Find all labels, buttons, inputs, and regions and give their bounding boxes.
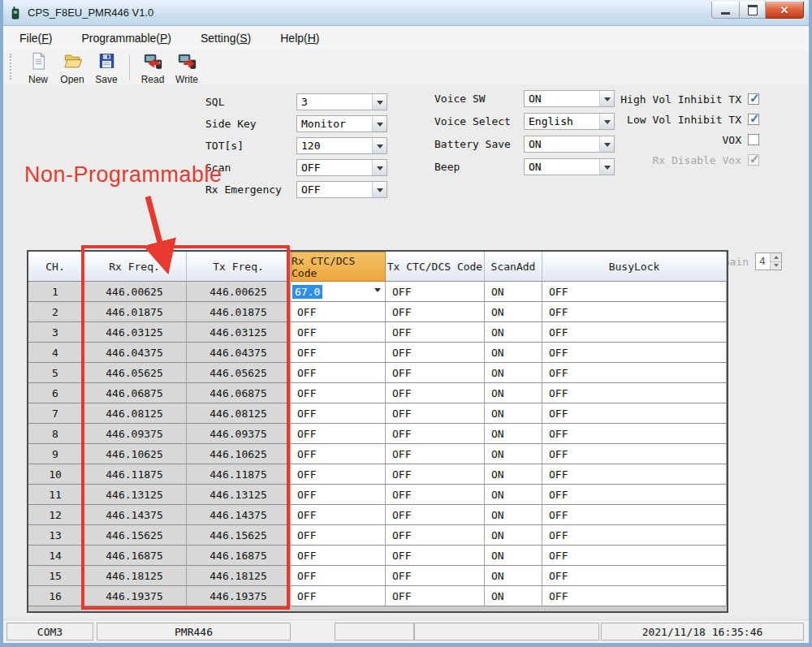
table-cell[interactable]: 446.01875	[83, 302, 187, 322]
table-cell[interactable]: 446.14375	[187, 505, 291, 525]
table-cell[interactable]: 446.04375	[83, 343, 187, 363]
table-cell[interactable]: 446.08125	[83, 403, 187, 424]
table-cell[interactable]: 446.16875	[83, 546, 187, 566]
table-cell[interactable]: 446.00625	[187, 282, 291, 302]
toolbar-grip-icon[interactable]	[10, 54, 15, 80]
table-cell[interactable]: OFF	[542, 546, 727, 566]
table-cell[interactable]: 446.19375	[187, 586, 291, 606]
table-cell[interactable]: ON	[485, 322, 542, 343]
table-cell[interactable]: OFF	[542, 363, 727, 383]
menu-item-help-h[interactable]: Help(H)	[280, 32, 319, 45]
table-cell[interactable]: 446.09375	[187, 424, 291, 444]
table-cell[interactable]: 446.10625	[83, 444, 187, 464]
menu-item-programmable-p[interactable]: Programmable(P)	[81, 32, 171, 45]
table-cell[interactable]: OFF	[386, 566, 485, 586]
table-cell[interactable]: 446.13125	[83, 485, 187, 505]
table-cell[interactable]: 10	[28, 464, 83, 485]
table-cell[interactable]: OFF	[291, 383, 386, 403]
table-cell[interactable]: OFF	[386, 485, 485, 505]
table-cell[interactable]: 6	[28, 383, 83, 403]
write-button[interactable]: Write	[170, 52, 204, 85]
maximize-button[interactable]	[740, 2, 766, 19]
tot-s-dropdown[interactable]: 120	[296, 137, 387, 154]
table-cell[interactable]: 14	[28, 546, 83, 566]
table-cell[interactable]: OFF	[386, 586, 485, 606]
table-cell[interactable]: OFF	[291, 444, 386, 464]
table-cell[interactable]: ON	[485, 485, 542, 505]
title-bar[interactable]: CPS_F8EU_PMR446 V1.0 ✕	[0, 0, 812, 26]
dropdown-arrow-icon[interactable]	[372, 182, 387, 197]
table-cell[interactable]: OFF	[542, 464, 727, 485]
table-cell[interactable]: OFF	[291, 485, 386, 505]
table-cell[interactable]: OFF	[291, 403, 386, 424]
table-cell[interactable]: 446.11875	[187, 464, 291, 485]
table-cell[interactable]: OFF	[542, 424, 727, 444]
table-cell[interactable]: OFF	[542, 586, 727, 606]
sql-dropdown[interactable]: 3	[296, 93, 387, 110]
close-button[interactable]: ✕	[766, 2, 804, 19]
table-cell[interactable]: 8	[28, 424, 83, 444]
table-cell[interactable]: ON	[485, 302, 542, 322]
table-cell[interactable]: 446.03125	[187, 322, 291, 343]
table-cell[interactable]: 16	[28, 586, 83, 606]
table-cell[interactable]: OFF	[291, 322, 386, 343]
table-cell[interactable]: OFF	[386, 424, 485, 444]
table-cell[interactable]: 446.16875	[187, 546, 291, 566]
dropdown-arrow-icon[interactable]	[372, 138, 387, 153]
table-cell[interactable]: OFF	[291, 546, 386, 566]
table-cell[interactable]: 4	[28, 343, 83, 363]
table-cell[interactable]: OFF	[386, 282, 485, 302]
table-cell[interactable]: ON	[485, 586, 542, 606]
dropdown-arrow-icon[interactable]	[372, 94, 387, 110]
table-cell[interactable]: 446.05625	[83, 363, 187, 383]
table-cell[interactable]: OFF	[542, 505, 727, 525]
table-cell[interactable]: OFF	[291, 586, 386, 606]
table-cell[interactable]: 3	[28, 322, 83, 343]
table-cell[interactable]: OFF	[542, 485, 727, 505]
table-cell[interactable]: ON	[485, 403, 542, 424]
table-cell[interactable]: 1	[28, 282, 83, 302]
table-cell[interactable]: OFF	[386, 302, 485, 322]
table-cell[interactable]: OFF	[386, 403, 485, 424]
table-cell[interactable]: 5	[28, 363, 83, 383]
table-cell[interactable]: 446.18125	[83, 566, 187, 586]
open-button[interactable]: Open	[55, 52, 89, 85]
table-cell[interactable]: 446.06875	[187, 383, 291, 403]
table-cell[interactable]: ON	[485, 343, 542, 363]
table-cell[interactable]: ON	[485, 383, 542, 403]
table-cell[interactable]: 2	[28, 302, 83, 322]
table-cell[interactable]: 446.18125	[187, 566, 291, 586]
table-cell[interactable]: OFF	[386, 383, 485, 403]
table-cell[interactable]: 13	[28, 525, 83, 546]
minimize-button[interactable]	[711, 2, 740, 19]
table-cell[interactable]: OFF	[291, 525, 386, 546]
table-cell[interactable]: 11	[28, 485, 83, 505]
table-cell[interactable]: 12	[28, 505, 83, 525]
table-cell[interactable]: OFF	[291, 566, 386, 586]
new-button[interactable]: New	[21, 52, 55, 85]
table-cell[interactable]: OFF	[291, 464, 386, 485]
table-cell[interactable]: ON	[485, 566, 542, 586]
menu-item-setting-s[interactable]: Setting(S)	[201, 32, 251, 45]
table-cell[interactable]: OFF	[386, 546, 485, 566]
dropdown-arrow-icon[interactable]	[372, 160, 387, 175]
table-cell[interactable]: OFF	[542, 343, 727, 363]
menu-item-file-f[interactable]: File(F)	[19, 32, 52, 45]
table-cell[interactable]: OFF	[291, 505, 386, 525]
rx-ctc-dcs-combobox[interactable]: 67.0	[291, 282, 385, 301]
table-cell[interactable]: 9	[28, 444, 83, 464]
table-cell[interactable]: 446.15625	[187, 525, 291, 546]
table-cell[interactable]: ON	[485, 363, 542, 383]
rx-emergency-dropdown[interactable]: OFF	[296, 181, 387, 198]
table-cell[interactable]: 446.04375	[187, 343, 291, 363]
table-cell[interactable]: ON	[485, 546, 542, 566]
table-cell[interactable]: OFF	[291, 363, 386, 383]
table-cell[interactable]: 446.01875	[187, 302, 291, 322]
table-cell[interactable]: OFF	[542, 282, 727, 302]
table-cell[interactable]: OFF	[542, 322, 727, 343]
table-cell[interactable]: ON	[485, 282, 542, 302]
table-cell[interactable]: 446.10625	[187, 444, 291, 464]
table-cell[interactable]: ON	[485, 444, 542, 464]
table-cell[interactable]: 67.0	[291, 282, 386, 302]
table-cell[interactable]: OFF	[386, 363, 485, 383]
